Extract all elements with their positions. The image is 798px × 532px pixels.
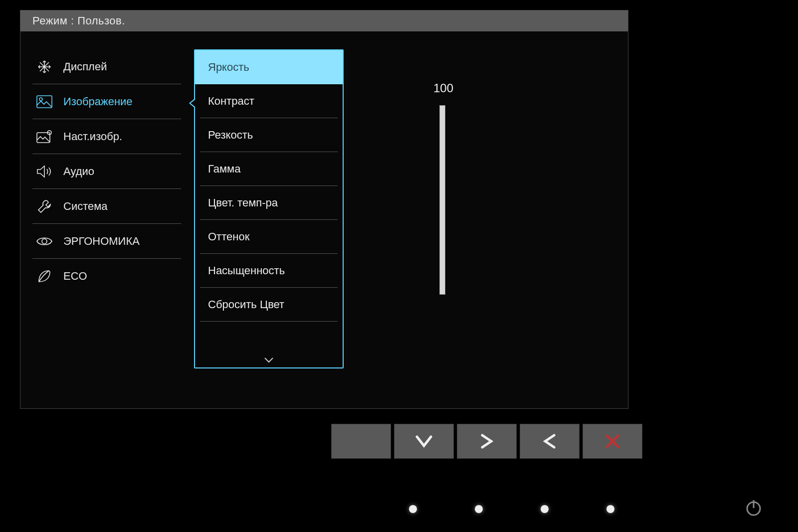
submenu-item-saturation[interactable]: Насыщенность	[200, 254, 338, 288]
led-indicator	[409, 505, 417, 513]
led-indicator	[475, 505, 483, 513]
sidebar-item-image[interactable]: Изображение	[32, 84, 181, 119]
osd-panel: Режим : Пользов. Дисплей Изображение Нас…	[20, 10, 628, 409]
hw-button-right[interactable]	[457, 424, 517, 459]
svg-point-1	[39, 98, 42, 101]
submenu-item-sharpness[interactable]: Резкость	[200, 118, 338, 152]
submenu-item-label: Контраст	[208, 95, 254, 108]
osd-header: Режим : Пользов.	[20, 10, 628, 31]
submenu-item-label: Гамма	[208, 163, 240, 176]
sidebar-item-label: ЭРГОНОМИКА	[63, 235, 140, 248]
submenu-item-label: Насыщенность	[208, 264, 285, 277]
chevron-down-icon[interactable]	[264, 354, 274, 365]
chevron-down-icon	[415, 435, 433, 448]
submenu-item-brightness[interactable]: Яркость	[195, 50, 343, 84]
value-panel: 100	[344, 49, 628, 408]
hardware-button-row	[331, 424, 642, 459]
picture-icon	[32, 95, 56, 108]
led-indicator	[606, 505, 614, 513]
leaf-icon	[32, 269, 56, 284]
value-readout: 100	[433, 81, 453, 95]
wrench-icon	[32, 199, 56, 214]
value-slider[interactable]	[439, 105, 445, 295]
submenu-container: Яркость Контраст Резкость Гамма Цвет. те…	[194, 49, 344, 408]
speaker-icon	[32, 165, 56, 178]
hw-button-close[interactable]	[583, 424, 642, 459]
submenu-item-label: Резкость	[208, 129, 253, 142]
chevron-right-icon	[480, 433, 493, 449]
mode-label: Режим : Пользов.	[32, 14, 125, 27]
svg-point-4	[42, 239, 47, 244]
submenu-item-color-temp[interactable]: Цвет. темп-ра	[200, 186, 338, 220]
power-icon[interactable]	[744, 498, 763, 519]
sidebar-item-eco[interactable]: ECO	[32, 259, 181, 294]
submenu-item-reset-color[interactable]: Сбросить Цвет	[200, 288, 338, 322]
sidebar-item-system[interactable]: Система	[32, 189, 181, 224]
sidebar-item-label: ECO	[63, 270, 87, 283]
submenu-item-hue[interactable]: Оттенок	[200, 220, 338, 254]
close-icon	[605, 434, 620, 449]
submenu: Яркость Контраст Резкость Гамма Цвет. те…	[194, 49, 344, 368]
picture-gear-icon	[32, 130, 56, 143]
sidebar-item-label: Аудио	[63, 165, 94, 178]
submenu-pointer-icon	[189, 98, 195, 108]
osd-body: Дисплей Изображение Наст.изобр. Аудио	[20, 31, 628, 408]
sidebar-item-label: Система	[63, 200, 108, 213]
svg-rect-0	[37, 96, 52, 108]
submenu-item-label: Сбросить Цвет	[208, 298, 284, 311]
sidebar-item-picture-adjust[interactable]: Наст.изобр.	[32, 119, 181, 154]
hw-button-left[interactable]	[520, 424, 580, 459]
sidebar-item-label: Изображение	[63, 95, 133, 108]
submenu-item-contrast[interactable]: Контраст	[200, 84, 338, 118]
sidebar-item-label: Дисплей	[63, 60, 107, 73]
sidebar-item-ergonomics[interactable]: ЭРГОНОМИКА	[32, 224, 181, 259]
submenu-item-label: Цвет. темп-ра	[208, 196, 278, 209]
submenu-item-label: Оттенок	[208, 230, 249, 243]
led-indicator-row	[409, 505, 614, 513]
sidebar-item-display[interactable]: Дисплей	[32, 49, 181, 84]
submenu-item-gamma[interactable]: Гамма	[200, 152, 338, 186]
sidebar-item-audio[interactable]: Аудио	[32, 154, 181, 189]
value-slider-fill	[440, 106, 445, 294]
chevron-left-icon	[543, 433, 556, 449]
hw-button-blank[interactable]	[331, 424, 391, 459]
sidebar-item-label: Наст.изобр.	[63, 130, 122, 143]
snowflake-icon	[32, 59, 56, 74]
led-indicator	[541, 505, 549, 513]
submenu-item-label: Яркость	[208, 61, 249, 74]
sidebar: Дисплей Изображение Наст.изобр. Аудио	[20, 49, 190, 408]
eye-icon	[32, 236, 56, 247]
hw-button-down[interactable]	[394, 424, 454, 459]
